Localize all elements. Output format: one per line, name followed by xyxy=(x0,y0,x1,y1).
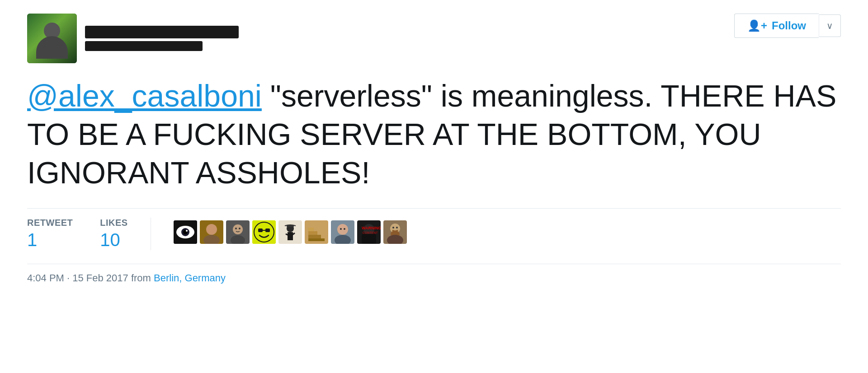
list-item[interactable] xyxy=(305,220,328,244)
author-name-redacted xyxy=(85,26,239,38)
svg-rect-38 xyxy=(362,234,376,244)
svg-rect-30 xyxy=(308,228,314,231)
chevron-down-icon: ∨ xyxy=(826,21,833,31)
likes-count: 10 xyxy=(100,230,127,250)
svg-rect-22 xyxy=(288,232,293,240)
tweet-text: @alex_casalboni "serverless" is meaningl… xyxy=(27,79,836,190)
svg-rect-27 xyxy=(308,238,325,241)
svg-point-6 xyxy=(206,224,217,235)
list-item[interactable] xyxy=(383,220,407,244)
follow-dropdown-button[interactable]: ∨ xyxy=(819,14,841,37)
svg-rect-29 xyxy=(308,231,317,235)
tweet-timestamp: 4:04 PM · 15 Feb 2017 from xyxy=(27,272,154,284)
svg-point-14 xyxy=(254,222,274,242)
follow-area: 👤+ Follow ∨ xyxy=(734,14,841,38)
svg-point-12 xyxy=(239,228,241,229)
svg-point-35 xyxy=(344,228,345,230)
retweet-label: RETWEET xyxy=(27,218,73,228)
svg-point-9 xyxy=(233,224,243,234)
tweet-location-link[interactable]: Berlin, Germany xyxy=(154,272,226,284)
likes-label: LIKES xyxy=(100,218,127,228)
svg-point-45 xyxy=(392,227,394,228)
tweet-footer: 4:04 PM · 15 Feb 2017 from Berlin, Germa… xyxy=(27,264,841,284)
svg-point-32 xyxy=(337,224,348,235)
author-handle-redacted xyxy=(85,41,203,51)
svg-text:CONTENT: CONTENT xyxy=(363,231,378,234)
list-item[interactable] xyxy=(200,220,223,244)
svg-point-46 xyxy=(396,227,398,228)
tweet-header: 👤+ Follow ∨ xyxy=(27,14,841,63)
svg-point-34 xyxy=(340,228,342,230)
svg-text:WARNING: WARNING xyxy=(362,226,381,230)
tweet-author xyxy=(27,14,239,63)
list-item[interactable] xyxy=(252,220,276,244)
list-item[interactable] xyxy=(174,220,197,244)
stats-section: RETWEET 1 LIKES 10 xyxy=(27,218,151,250)
list-item[interactable] xyxy=(331,220,354,244)
svg-point-4 xyxy=(186,230,188,232)
retweet-count: 1 xyxy=(27,230,73,250)
tweet-stats-row: RETWEET 1 LIKES 10 xyxy=(27,208,841,250)
person-add-icon: 👤+ xyxy=(747,19,767,32)
list-item[interactable]: WARNING CONTENT xyxy=(357,220,381,244)
tweet-mention[interactable]: @alex_casalboni xyxy=(27,79,262,113)
tweet-container: 👤+ Follow ∨ @alex_casalboni "serverless"… xyxy=(0,0,868,302)
author-name-block xyxy=(85,26,239,51)
follow-button[interactable]: 👤+ Follow xyxy=(734,14,819,38)
avatar[interactable] xyxy=(27,14,77,63)
svg-rect-18 xyxy=(265,228,270,232)
tweet-body: @alex_casalboni "serverless" is meaningl… xyxy=(27,77,841,192)
follow-label: Follow xyxy=(772,19,806,32)
likes-stat: LIKES 10 xyxy=(100,218,127,250)
list-item[interactable] xyxy=(226,220,250,244)
likers-section: WARNING CONTENT xyxy=(174,218,407,244)
svg-point-11 xyxy=(235,228,237,229)
list-item[interactable] xyxy=(278,220,302,244)
svg-rect-28 xyxy=(308,235,321,238)
svg-rect-17 xyxy=(258,228,263,232)
retweet-stat: RETWEET 1 xyxy=(27,218,73,250)
